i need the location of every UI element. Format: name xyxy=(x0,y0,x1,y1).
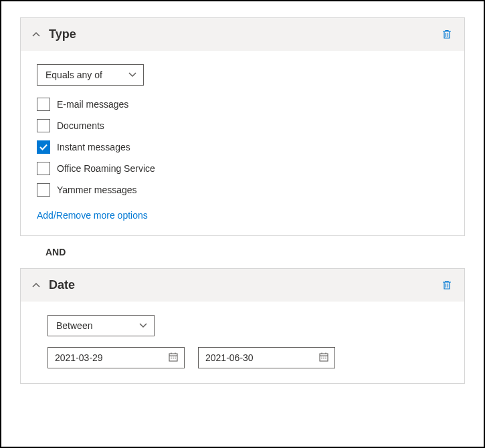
chevron-up-icon xyxy=(31,30,41,39)
type-option[interactable]: Instant messages xyxy=(37,140,448,154)
type-panel-header[interactable]: Type xyxy=(21,18,464,51)
type-option-label: E-mail messages xyxy=(57,99,128,110)
checkbox-icon xyxy=(37,119,50,132)
type-panel-title: Type xyxy=(49,27,442,41)
type-options-list: E-mail messages Documents Instant messag… xyxy=(37,98,448,197)
date-range-row: 2021-03-29 2021-06-30 xyxy=(47,347,448,368)
chevron-up-icon xyxy=(31,281,41,290)
type-option-label: Documents xyxy=(57,120,104,131)
date-operator-dropdown[interactable]: Between xyxy=(47,315,155,336)
delete-icon[interactable] xyxy=(442,279,454,292)
date-to-input[interactable]: 2021-06-30 xyxy=(198,347,335,368)
date-panel: Date Between 2021-03-29 xyxy=(20,268,465,384)
checkbox-icon xyxy=(37,140,50,154)
delete-icon[interactable] xyxy=(442,29,454,41)
filter-builder: Type Equals any of E-mail messages xyxy=(0,0,485,448)
checkbox-icon xyxy=(37,98,50,111)
conjunction-label: AND xyxy=(20,236,465,268)
checkbox-icon xyxy=(37,162,50,175)
type-panel: Type Equals any of E-mail messages xyxy=(20,17,465,236)
type-operator-label: Equals any of xyxy=(45,70,102,80)
checkbox-icon xyxy=(37,183,50,197)
add-remove-options-link[interactable]: Add/Remove more options xyxy=(37,210,148,221)
chevron-down-icon xyxy=(128,70,136,80)
type-option[interactable]: E-mail messages xyxy=(37,98,448,111)
date-to-value: 2021-06-30 xyxy=(205,352,254,363)
date-from-value: 2021-03-29 xyxy=(55,352,103,363)
type-option[interactable]: Documents xyxy=(37,119,448,132)
type-option-label: Office Roaming Service xyxy=(57,163,155,174)
date-panel-body: Between 2021-03-29 2021-06-30 xyxy=(21,302,464,383)
type-panel-body: Equals any of E-mail messages Documents xyxy=(21,51,464,235)
type-option[interactable]: Office Roaming Service xyxy=(37,162,448,175)
type-option-label: Yammer messages xyxy=(57,185,137,195)
type-operator-dropdown[interactable]: Equals any of xyxy=(37,64,144,86)
type-option-label: Instant messages xyxy=(57,142,130,152)
type-option[interactable]: Yammer messages xyxy=(37,183,448,197)
date-from-input[interactable]: 2021-03-29 xyxy=(47,347,185,368)
chevron-down-icon xyxy=(139,320,147,331)
date-operator-label: Between xyxy=(56,320,92,331)
calendar-icon xyxy=(318,352,329,364)
calendar-icon xyxy=(168,352,179,364)
date-panel-title: Date xyxy=(49,278,442,292)
date-panel-header[interactable]: Date xyxy=(21,269,464,302)
